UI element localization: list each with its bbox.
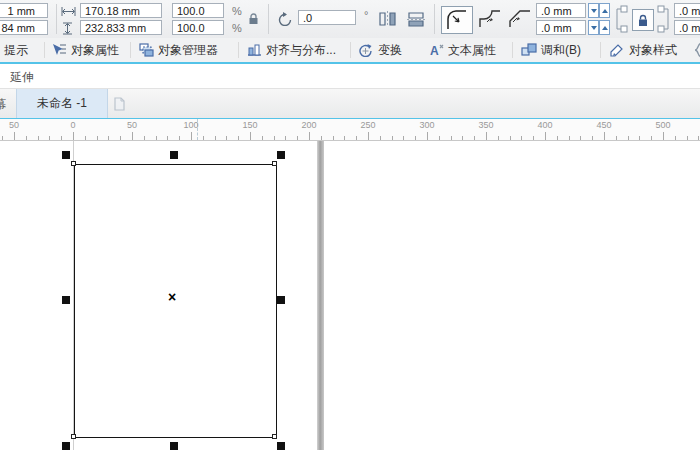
ruler-tick [167,136,168,140]
docker-label: 提示 [4,42,28,59]
mirror-vertical-icon [407,11,425,28]
separator [512,42,513,58]
ruler-tick [451,136,452,140]
ruler-tick [403,136,404,140]
ruler-tick [616,136,617,140]
object-width-field[interactable]: 170.18 mm [80,3,162,18]
svg-text:A: A [430,44,439,57]
ruler-label: 300 [419,120,434,130]
ruler-tick [380,136,381,140]
ruler-tick [557,136,558,140]
object-position-x-field[interactable]: 1 mm [0,3,48,18]
round-corner-button[interactable] [441,6,473,34]
mirror-horizontal-icon [378,11,397,27]
corner-bl-spinner[interactable] [588,20,610,35]
scalloped-corner-button[interactable] [478,9,502,29]
docker-tab-object-manager[interactable]: 对象管理器 [139,38,218,62]
scale-x-field[interactable]: 100.0 [172,3,224,18]
handle-top-middle[interactable] [170,151,178,159]
docker-tab-object-styles[interactable]: 对象样式 [609,38,677,62]
ruler-tick [698,136,699,140]
ruler-tick [215,136,216,140]
rect-node-top-left[interactable] [71,161,76,166]
ruler-tick [427,132,428,140]
ruler-tick [144,136,145,140]
lock-icon [248,13,259,25]
ruler-tick [628,136,629,140]
degree-label: ° [364,9,368,21]
docker-tab-align-distribute[interactable]: 对齐与分布... [247,38,336,62]
corner-radius-top-left-field[interactable]: .0 mm [536,3,586,18]
corner-radius-bottom-right-field[interactable]: .0 mm [674,20,700,35]
ruler-tick [203,136,204,140]
ruler-label: 350 [478,120,493,130]
mirror-horizontal-button[interactable] [376,9,398,29]
docker-tab-object-properties[interactable]: 对象属性 [52,38,119,62]
handle-bottom-right[interactable] [277,442,285,450]
handle-bottom-middle[interactable] [170,442,178,450]
docker-label: 对齐与分布... [266,42,336,59]
ruler-tick [486,132,487,140]
ruler-tick [250,132,251,140]
ruler-tick [510,136,511,140]
ruler-label: 50 [9,120,19,130]
ruler-tick [439,136,440,140]
docker-label: 文本属性 [448,42,496,59]
object-height-field[interactable]: 232.833 mm [80,20,162,35]
docker-tab-transform[interactable]: 变换 [358,38,402,62]
separator [56,4,57,34]
edit-corners-together-button[interactable] [632,9,654,31]
corner-link-right-icon [656,5,672,33]
handle-bottom-left[interactable] [62,442,70,450]
horizontal-ruler[interactable]: 50050100150200250300350400450500 [0,119,700,141]
corner-tl-spinner[interactable] [588,3,610,18]
docker-tab-text-properties[interactable]: A 文本属性 [428,38,496,62]
docker-label: 对象样式 [629,42,677,59]
tab-welcome-partial[interactable]: 幕 [0,89,14,118]
handle-middle-left[interactable] [62,296,70,304]
ruler-label: 0 [70,120,75,130]
scale-y-field[interactable]: 100.0 [172,20,224,35]
scale-lock-button[interactable] [245,11,261,27]
ruler-tick [639,136,640,140]
rotation-angle-field[interactable]: .0 [298,10,356,25]
selection-center-mark[interactable]: × [168,291,176,303]
ruler-label: 450 [596,120,611,130]
docker-label: 对象属性 [71,42,119,59]
rect-node-bottom-right[interactable] [272,434,277,439]
object-position-y-field[interactable]: 84 mm [0,20,48,35]
docker-tab-blend[interactable]: 调和(B) [521,38,581,62]
mirror-vertical-button[interactable] [405,9,427,29]
lock-icon [637,14,649,27]
ruler-tick [120,136,121,140]
corner-link-left-icon [613,5,629,33]
ruler-tick [462,136,463,140]
docker-tab-partial[interactable] [694,38,700,62]
new-document-button[interactable] [111,96,127,112]
object-width-icon [61,7,76,16]
docker-tab-hints[interactable]: 提示 [4,38,28,62]
drawing-canvas[interactable]: × [0,141,700,450]
separator [238,42,239,58]
ruler-tick [344,136,345,140]
handle-top-right[interactable] [277,151,285,159]
tab-untitled-1[interactable]: 未命名 -1 [16,89,108,118]
ruler-tick [309,132,310,140]
separator [268,4,269,34]
handle-middle-right[interactable] [277,296,285,304]
ruler-label: 250 [360,120,375,130]
ruler-tick [569,136,570,140]
handle-top-left[interactable] [62,151,70,159]
rect-node-bottom-left[interactable] [71,434,76,439]
ruler-tick [49,136,50,140]
chamfered-corner-button[interactable] [508,9,532,29]
percent-label: % [232,5,242,17]
corner-radius-bottom-left-field[interactable]: .0 mm [536,20,586,35]
ruler-tick [592,136,593,140]
ruler-tick [545,132,546,140]
rect-node-top-right[interactable] [272,161,277,166]
corner-radius-top-right-field[interactable]: .0 mm [674,3,700,18]
ruler-tick [61,136,62,140]
page-right-edge [317,141,324,450]
round-corner-icon [447,10,467,30]
